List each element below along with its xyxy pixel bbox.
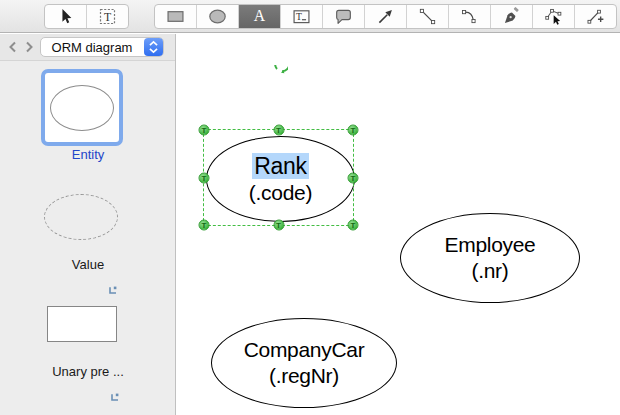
selection-handle-w[interactable]: T bbox=[199, 172, 210, 183]
text-selection-tool-button[interactable]: T bbox=[86, 5, 128, 28]
arrow-tool-button[interactable] bbox=[364, 5, 406, 28]
selection-handle-n[interactable]: T bbox=[273, 125, 284, 136]
node-employee[interactable]: Employee (.nr) bbox=[400, 213, 580, 303]
speech-bubble-tool-button[interactable] bbox=[322, 5, 364, 28]
node-title: Employee bbox=[445, 232, 536, 258]
rotate-icon[interactable] bbox=[266, 65, 288, 87]
svg-text:A: A bbox=[254, 7, 266, 24]
node-subtitle: (.regNr) bbox=[269, 363, 339, 389]
point-edit-icon bbox=[543, 6, 564, 27]
selection-handle-e[interactable]: T bbox=[348, 172, 359, 183]
selection-handle-nw[interactable]: T bbox=[199, 125, 210, 136]
line-tool-button[interactable] bbox=[406, 5, 448, 28]
rectangle-tool-button[interactable] bbox=[155, 5, 196, 28]
oval-icon bbox=[207, 6, 228, 27]
selection-handle-sw[interactable]: T bbox=[199, 220, 210, 231]
speech-bubble-icon bbox=[333, 6, 354, 27]
stencil-label-entity: Entity bbox=[0, 147, 176, 162]
unary-rect-preview bbox=[47, 306, 117, 342]
stencil-item-entity[interactable] bbox=[41, 69, 123, 146]
pointer-tool-group: T bbox=[44, 4, 129, 29]
stencil-sidebar: ORM diagram Entity Value bbox=[0, 34, 176, 415]
add-point-tool-button[interactable] bbox=[574, 5, 616, 28]
app-window: T A bbox=[0, 0, 620, 415]
stencil-set-dropdown[interactable]: ORM diagram bbox=[40, 37, 164, 57]
shape-tool-group: A T bbox=[154, 4, 617, 29]
text-selection-icon: T bbox=[97, 6, 118, 27]
chevron-up-down-icon bbox=[144, 38, 163, 56]
stencil-item-unary[interactable] bbox=[47, 306, 117, 342]
toolbar: T A bbox=[0, 0, 620, 33]
stencil-set-dropdown-value: ORM diagram bbox=[41, 38, 143, 56]
cursor-tool-button[interactable] bbox=[45, 5, 86, 28]
pen-tool-button[interactable] bbox=[490, 5, 532, 28]
resize-corner-icon bbox=[107, 282, 118, 293]
selection-handle-s[interactable]: T bbox=[273, 220, 284, 231]
node-companycar[interactable]: CompanyCar (.regNr) bbox=[211, 318, 397, 408]
chevron-left-icon bbox=[5, 44, 21, 59]
font-style-icon: A bbox=[249, 6, 270, 27]
text-box-icon: T bbox=[291, 6, 312, 27]
oval-tool-button[interactable] bbox=[196, 5, 238, 28]
add-point-icon bbox=[585, 6, 606, 27]
font-style-tool-button[interactable]: A bbox=[238, 5, 280, 28]
text-box-tool-button[interactable]: T bbox=[280, 5, 322, 28]
entity-ellipse-preview bbox=[50, 85, 114, 131]
forward-button[interactable] bbox=[21, 38, 37, 56]
svg-text:T: T bbox=[104, 10, 112, 24]
selection-handle-ne[interactable]: T bbox=[348, 125, 359, 136]
selection-handle-se[interactable]: T bbox=[348, 220, 359, 231]
node-subtitle: (.nr) bbox=[472, 258, 509, 284]
cursor-icon bbox=[55, 6, 76, 27]
point-edit-tool-button[interactable] bbox=[532, 5, 574, 28]
arrow-icon bbox=[375, 6, 396, 27]
line-icon bbox=[417, 6, 438, 27]
back-button[interactable] bbox=[5, 38, 21, 56]
stencil-nav-bar: ORM diagram bbox=[0, 34, 175, 61]
diagram-canvas[interactable]: T T T T T T T T Rank (.code) Employee (.… bbox=[177, 34, 620, 415]
stencil-selection-frame bbox=[41, 69, 123, 146]
node-title: CompanyCar bbox=[244, 337, 365, 363]
selection-box: T T T T T T T T bbox=[203, 129, 354, 226]
chevron-right-icon bbox=[21, 44, 37, 59]
curve-tool-button[interactable] bbox=[448, 5, 490, 28]
rectangle-icon bbox=[165, 6, 186, 27]
stencil-item-value[interactable] bbox=[44, 194, 118, 240]
stencil-label-value: Value bbox=[0, 257, 176, 272]
pen-icon bbox=[501, 6, 522, 27]
value-ellipse-preview bbox=[44, 194, 118, 240]
stencil-label-unary: Unary pre ... bbox=[0, 364, 176, 379]
svg-text:T: T bbox=[296, 11, 302, 22]
resize-corner-icon bbox=[109, 389, 120, 400]
curve-icon bbox=[459, 6, 480, 27]
